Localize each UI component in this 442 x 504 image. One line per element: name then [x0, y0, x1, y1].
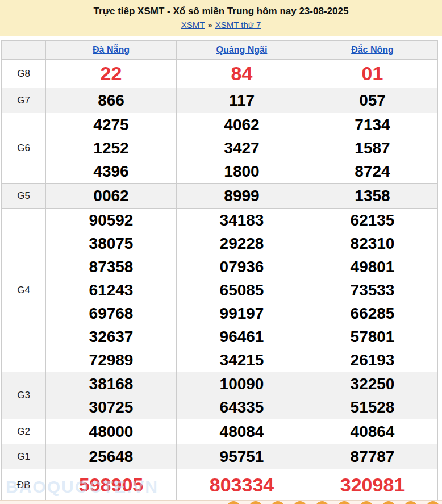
lottery-ball-icon [382, 501, 395, 504]
column-header-2: Quảng Ngãi [177, 41, 307, 60]
result-cell: 90592380758735861243697683263772989 [46, 209, 177, 372]
result-number: 25648 [46, 444, 176, 469]
result-cell: 40864 [307, 419, 438, 444]
lottery-ball-icon [337, 501, 351, 504]
lottery-ball-icon [360, 501, 373, 504]
breadcrumb-separator: » [207, 20, 212, 30]
result-number: 117 [177, 88, 307, 113]
result-number: 30725 [46, 395, 176, 419]
result-number: 64335 [177, 395, 307, 419]
province-link[interactable]: Đà Nẵng [93, 45, 130, 55]
result-cell: 22 [46, 60, 177, 88]
result-number: 49801 [307, 255, 437, 278]
prize-label: G8 [2, 60, 46, 88]
result-number: 48084 [177, 419, 307, 444]
lottery-ball-icon [271, 501, 285, 504]
result-number: 34215 [177, 348, 307, 372]
result-number: 8999 [177, 184, 307, 208]
prize-row-g6: G6427512524396406234271800713415878724 [2, 113, 438, 184]
result-number: 99197 [177, 302, 307, 325]
lottery-ball-icon [404, 501, 418, 504]
result-number: 51528 [307, 395, 437, 419]
result-number: 26193 [307, 348, 437, 372]
result-number: 7134 [307, 113, 437, 136]
prize-row-g5: G5006289991358 [2, 184, 438, 209]
result-number: 32250 [307, 372, 437, 395]
result-cell: 84 [177, 60, 307, 88]
prize-row-g2: G2480004808440864 [2, 419, 438, 444]
result-number: 0062 [46, 184, 176, 208]
result-cell: 713415878724 [307, 113, 438, 184]
result-cell: 1358 [307, 184, 438, 209]
result-number: 4396 [46, 160, 176, 183]
result-cell: 0062 [46, 184, 177, 209]
result-number: 38075 [46, 232, 176, 255]
province-link[interactable]: Quảng Ngãi [216, 45, 268, 55]
result-number: 48000 [46, 419, 176, 444]
result-number: 29228 [177, 232, 307, 255]
lottery-ball-icon [315, 501, 329, 504]
result-number: 1800 [177, 160, 307, 183]
page: Trực tiếp XSMT - Xổ số miền Trung hôm na… [0, 0, 442, 504]
result-number: 38168 [46, 372, 176, 395]
prize-row-g7: G7866117057 [2, 88, 438, 113]
table-header-row: Đà NẵngQuảng NgãiĐắc Nông [2, 41, 438, 60]
breadcrumb-link-xsmt-thu7[interactable]: XSMT thứ 7 [215, 20, 261, 30]
result-number: 65085 [177, 278, 307, 302]
result-number: 66285 [307, 302, 437, 325]
prize-label: G3 [2, 372, 46, 419]
result-number: 1358 [307, 184, 437, 208]
result-number: 96461 [177, 325, 307, 348]
result-number: 32637 [46, 325, 176, 348]
result-cell: 598905 [46, 469, 177, 501]
result-number: 8724 [307, 160, 437, 183]
prize-label: G7 [2, 88, 46, 113]
result-number: 72989 [46, 348, 176, 372]
prize-label: G4 [2, 209, 46, 372]
lottery-ball-icon [293, 501, 307, 504]
result-number: 87358 [46, 255, 176, 278]
result-number: 82310 [307, 232, 437, 255]
result-number: 1252 [46, 136, 176, 160]
result-cell: 48000 [46, 419, 177, 444]
prize-row-g1: G1256489575187787 [2, 444, 438, 469]
breadcrumb-link-xsmt[interactable]: XSMT [181, 20, 205, 30]
lottery-ball-icon [426, 501, 440, 504]
result-number: 95751 [177, 444, 307, 469]
result-cell: 34183292280793665085991979646134215 [177, 209, 307, 372]
result-cell: 3816830725 [46, 372, 177, 419]
breadcrumb: XSMT»XSMT thứ 7 [0, 19, 442, 31]
result-cell: 117 [177, 88, 307, 113]
result-cell: 8999 [177, 184, 307, 209]
result-cell: 320981 [307, 469, 438, 501]
result-number: 73533 [307, 278, 437, 302]
result-number: 40864 [307, 419, 437, 444]
result-number: 866 [46, 88, 176, 113]
prize-label: G2 [2, 419, 46, 444]
lottery-ball-icon [227, 501, 240, 504]
result-cell: 866 [46, 88, 177, 113]
result-number: 62135 [307, 209, 437, 232]
result-number: 4062 [177, 113, 307, 136]
result-number: 10090 [177, 372, 307, 395]
results-table-wrap: Đà NẵngQuảng NgãiĐắc NôngG8228401G786611… [1, 40, 442, 501]
result-number: 07936 [177, 255, 307, 278]
prize-row-đb: ĐB598905803334320981 [2, 469, 438, 501]
page-right-border [441, 40, 441, 504]
result-number: 598905 [46, 469, 176, 501]
result-number: 320981 [307, 469, 437, 501]
header-banner: Trực tiếp XSMT - Xổ số miền Trung hôm na… [0, 0, 442, 36]
result-number: 1587 [307, 136, 437, 160]
result-cell: 3225051528 [307, 372, 438, 419]
lottery-ball-icon [249, 501, 262, 504]
result-cell: 95751 [177, 444, 307, 469]
prize-label: G6 [2, 113, 46, 184]
province-link[interactable]: Đắc Nông [351, 45, 394, 55]
result-number: 3427 [177, 136, 307, 160]
result-number: 22 [46, 60, 176, 88]
result-number: 057 [307, 88, 437, 113]
result-number: 90592 [46, 209, 176, 232]
prize-row-g8: G8228401 [2, 60, 438, 88]
result-cell: 87787 [307, 444, 438, 469]
result-number: 57801 [307, 325, 437, 348]
